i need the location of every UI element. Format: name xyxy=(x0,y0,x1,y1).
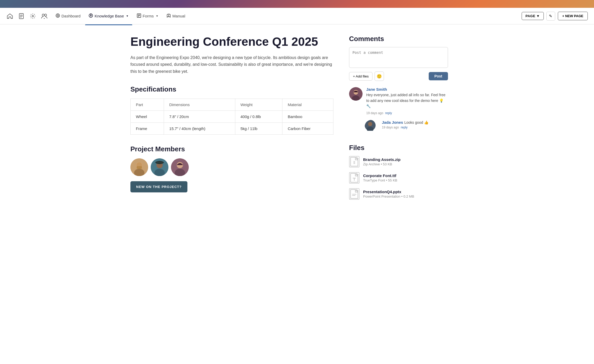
forms-icon xyxy=(137,14,141,19)
member-avatar-1[interactable] xyxy=(130,158,148,176)
table-header-weight: Weight xyxy=(235,99,282,111)
comment-avatar-jada xyxy=(365,120,378,133)
nav-link-manual[interactable]: Manual xyxy=(163,11,189,21)
emoji-button[interactable]: 🙂 xyxy=(375,72,384,81)
add-files-button[interactable]: + Add files xyxy=(349,72,372,81)
edit-pencil-icon: ✎ xyxy=(549,14,552,18)
nav-link-knowledge-base-label: Knowledge Base xyxy=(94,14,124,18)
table-header-part: Part xyxy=(131,99,164,111)
svg-rect-22 xyxy=(137,166,142,169)
members-avatars xyxy=(130,158,333,176)
manual-icon xyxy=(167,14,171,19)
file-info-zip: Branding Assets.zip Zip Archive • 53 KB xyxy=(363,157,401,166)
row-1-weight: 400g / 0.8lb xyxy=(235,111,282,123)
member-avatar-2[interactable] xyxy=(151,158,168,176)
file-icon-ttf xyxy=(349,172,359,184)
comment-avatar-jane xyxy=(349,87,363,101)
table-row: Wheel 7.8" / 20cm 400g / 0.8lb Bamboo xyxy=(131,111,333,123)
sidebar: Comments + Add files 🙂 Post xyxy=(349,35,448,204)
forms-chevron-icon: ▼ xyxy=(156,15,158,17)
svg-rect-27 xyxy=(156,161,163,164)
files-title: Files xyxy=(349,144,448,152)
nav-link-forms[interactable]: Forms ▼ xyxy=(133,11,162,21)
svg-point-35 xyxy=(368,122,372,126)
knowledge-base-chevron-icon: ▼ xyxy=(126,15,129,17)
comment-actions: + Add files 🙂 Post xyxy=(349,72,448,81)
nav-links: Dashboard Knowledge Base ▼ xyxy=(52,11,522,21)
post-button[interactable]: Post xyxy=(429,72,448,80)
users-icon[interactable] xyxy=(41,12,48,20)
comment-reply-jada[interactable]: reply xyxy=(401,126,408,129)
nav-actions: PAGE ▼ ✎ + NEW PAGE xyxy=(522,12,588,21)
comment-author-jane: Jane Smith xyxy=(366,87,387,92)
nav-link-dashboard[interactable]: Dashboard xyxy=(52,11,84,21)
row-1-dimensions: 7.8" / 20cm xyxy=(164,111,235,123)
dashboard-icon xyxy=(56,14,60,19)
nav-link-forms-label: Forms xyxy=(143,14,154,18)
row-2-part: Frame xyxy=(131,123,164,135)
table-header-material: Material xyxy=(282,99,333,111)
knowledge-base-icon xyxy=(89,14,93,19)
comment-item: Jane Smith Hey everyone, just added all … xyxy=(349,87,448,115)
emoji-icon: 🙂 xyxy=(377,74,382,79)
comment-body-jada: Jada Jones Looks good 👍 19 days ago repl… xyxy=(382,120,448,133)
file-item: Corporate Font.ttf TrueType Font • 55 KB xyxy=(349,172,448,184)
nav-link-manual-label: Manual xyxy=(172,14,185,18)
svg-point-5 xyxy=(42,14,44,16)
header-banner xyxy=(0,0,594,8)
row-2-material: Carbon Fiber xyxy=(282,123,333,135)
specifications-table: Part Dimensions Weight Material Wheel 7.… xyxy=(130,99,333,135)
comment-input[interactable] xyxy=(349,47,448,68)
members-section: Project Members xyxy=(130,145,333,192)
new-page-button[interactable]: + NEW PAGE xyxy=(558,12,588,20)
comment-meta-jada: 19 days ago reply xyxy=(382,126,448,129)
svg-point-6 xyxy=(45,14,47,16)
file-meta-zip: Zip Archive • 53 KB xyxy=(363,162,401,166)
main-container: Engineering Conference Q1 2025 As part o… xyxy=(115,24,479,215)
specifications-title: Specifications xyxy=(130,85,333,93)
settings-icon[interactable] xyxy=(29,12,36,20)
page-button[interactable]: PAGE ▼ xyxy=(522,12,544,20)
svg-point-4 xyxy=(32,15,34,17)
row-1-part: Wheel xyxy=(131,111,164,123)
files-section: Files Branding Assets.zip Zip Archive xyxy=(349,144,448,200)
table-header-dimensions: Dimensions xyxy=(164,99,235,111)
comment-reply-jane[interactable]: reply xyxy=(385,111,392,115)
file-meta-ttf: TrueType Font • 55 KB xyxy=(363,178,397,182)
page-description: As part of the Engineering Expo 2040, we… xyxy=(130,54,333,75)
content-area: Engineering Conference Q1 2025 As part o… xyxy=(130,35,333,204)
member-avatar-3[interactable] xyxy=(171,158,189,176)
edit-button[interactable]: ✎ xyxy=(546,12,555,21)
page-title: Engineering Conference Q1 2025 xyxy=(130,35,333,49)
nested-comment-item: Jada Jones Looks good 👍 19 days ago repl… xyxy=(365,120,448,133)
new-project-button[interactable]: NEW ON THE PROJECT? xyxy=(130,181,187,192)
file-name-pptx: PresentationQ4.pptx xyxy=(363,190,414,194)
comment-body-jane: Jane Smith Hey everyone, just added all … xyxy=(366,87,448,115)
svg-point-11 xyxy=(90,15,91,16)
comments-title: Comments xyxy=(349,35,448,43)
nav-link-dashboard-label: Dashboard xyxy=(61,14,80,18)
members-title: Project Members xyxy=(130,145,333,153)
document-icon[interactable] xyxy=(18,12,25,20)
file-icon-zip xyxy=(349,156,359,167)
row-2-weight: 5kg / 11lb xyxy=(235,123,282,135)
comment-text-jada: Looks good 👍 xyxy=(404,120,428,125)
svg-point-8 xyxy=(56,14,60,17)
file-item: PresentationQ4.pptx PowerPoint Presentat… xyxy=(349,188,448,200)
file-info-pptx: PresentationQ4.pptx PowerPoint Presentat… xyxy=(363,190,414,198)
file-item: Branding Assets.zip Zip Archive • 53 KB xyxy=(349,156,448,167)
comment-text-jane: Hey everyone, just added all info so far… xyxy=(366,92,448,109)
comment-meta-jane: 19 days ago reply xyxy=(366,111,392,115)
row-2-dimensions: 15.7" / 40cm (length) xyxy=(164,123,235,135)
svg-point-9 xyxy=(57,15,59,16)
nav-bar: Dashboard Knowledge Base ▼ xyxy=(0,8,594,24)
nav-icon-group xyxy=(6,12,48,20)
page-chevron-icon: ▼ xyxy=(536,14,540,18)
comment-author-jada: Jada Jones xyxy=(382,120,403,125)
home-icon[interactable] xyxy=(6,12,14,20)
nav-link-knowledge-base[interactable]: Knowledge Base ▼ xyxy=(85,11,132,21)
comments-section: Comments + Add files 🙂 Post xyxy=(349,35,448,133)
row-1-material: Bamboo xyxy=(282,111,333,123)
file-info-ttf: Corporate Font.ttf TrueType Font • 55 KB xyxy=(363,173,397,182)
file-name-ttf: Corporate Font.ttf xyxy=(363,173,397,178)
